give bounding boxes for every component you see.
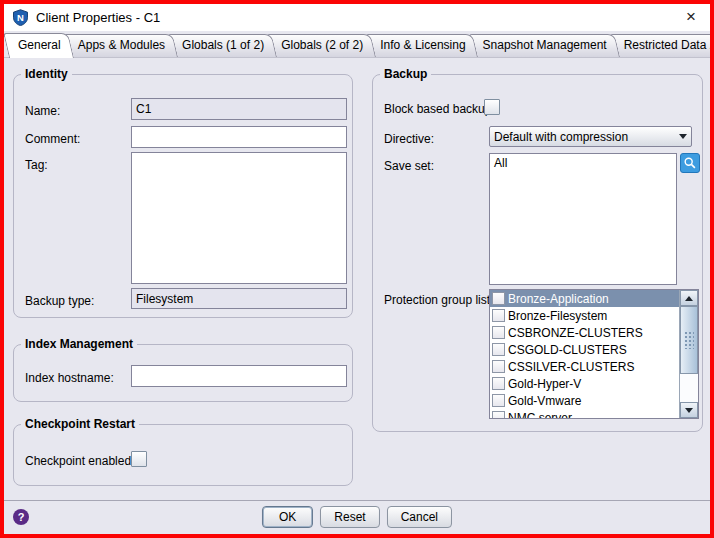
index-hostname-field[interactable]: [131, 365, 347, 387]
checkpoint-restart-group-title: Checkpoint Restart: [21, 417, 139, 431]
list-item-nmc-server[interactable]: NMC server: [490, 409, 679, 418]
list-item-bronze-application[interactable]: Bronze-Application: [490, 290, 679, 307]
index-management-group-title: Index Management: [21, 337, 137, 351]
backup-group: Backup Block based backup: Directive: De…: [372, 74, 703, 432]
item-checkbox[interactable]: [492, 343, 505, 356]
list-item-cssilver-clusters[interactable]: CSSILVER-CLUSTERS: [490, 358, 679, 375]
protection-group-list-label: Protection group list:: [384, 293, 493, 307]
name-label: Name:: [25, 104, 60, 118]
tag-label: Tag:: [25, 158, 48, 172]
checkpoint-enabled-label: Checkpoint enabled:: [25, 454, 134, 468]
save-set-label: Save set:: [384, 159, 434, 173]
checkpoint-restart-group: Checkpoint Restart Checkpoint enabled:: [13, 424, 353, 486]
list-item-bronze-filesystem[interactable]: Bronze-Filesystem: [490, 307, 679, 324]
list-item-gold-hyper-v[interactable]: Gold-Hyper-V: [490, 375, 679, 392]
tab-globals-2[interactable]: Globals (2 of 2): [272, 34, 376, 57]
item-checkbox[interactable]: [492, 394, 505, 407]
item-checkbox[interactable]: [492, 326, 505, 339]
index-management-group: Index Management Index hostname:: [13, 344, 353, 402]
item-checkbox[interactable]: [492, 377, 505, 390]
titlebar: N Client Properties - C1 ×: [4, 4, 710, 31]
ok-button[interactable]: OK: [262, 506, 313, 528]
comment-label: Comment:: [25, 132, 80, 146]
protection-group-rows: Bronze-Application Bronze-Filesystem CSB…: [490, 290, 679, 418]
svg-text:N: N: [17, 12, 24, 23]
comment-field[interactable]: [131, 126, 347, 148]
reset-button[interactable]: Reset: [320, 506, 379, 528]
tab-bar: General Apps & Modules Globals (1 of 2) …: [4, 31, 710, 58]
networker-shield-icon: N: [12, 9, 29, 26]
general-tab-panel: Identity Name: Comment: Tag: Backup type…: [4, 58, 710, 501]
cancel-button[interactable]: Cancel: [387, 506, 452, 528]
dialog-buttons: OK Reset Cancel: [262, 506, 452, 528]
backup-group-title: Backup: [380, 67, 431, 81]
window-title: Client Properties - C1: [36, 4, 160, 31]
block-based-backup-label: Block based backup:: [384, 102, 495, 116]
backup-type-label: Backup type:: [25, 294, 94, 308]
tab-globals-1[interactable]: Globals (1 of 2): [173, 34, 277, 57]
tab-apps-modules[interactable]: Apps & Modules: [69, 34, 178, 57]
directive-label: Directive:: [384, 132, 434, 146]
protection-group-list: Bronze-Application Bronze-Filesystem CSB…: [489, 289, 699, 419]
scrollbar-thumb[interactable]: [680, 306, 698, 374]
chevron-down-icon: [679, 134, 687, 139]
close-icon[interactable]: ×: [681, 6, 701, 28]
item-checkbox[interactable]: [492, 309, 505, 322]
footer: ? OK Reset Cancel: [4, 501, 710, 534]
search-icon[interactable]: [680, 153, 700, 173]
tab-info-licensing[interactable]: Info & Licensing: [371, 34, 478, 57]
list-item-gold-vmware[interactable]: Gold-Vmware: [490, 392, 679, 409]
item-checkbox[interactable]: [492, 292, 505, 305]
block-based-backup-checkbox[interactable]: [484, 99, 500, 115]
client-properties-dialog: N Client Properties - C1 × General Apps …: [0, 0, 714, 538]
tag-field[interactable]: [131, 152, 347, 284]
directive-dropdown[interactable]: Default with compression: [489, 126, 692, 147]
tab-restricted-data-zones[interactable]: Restricted Data Zones: [615, 34, 714, 57]
scrollbar-track[interactable]: [680, 374, 698, 402]
help-icon[interactable]: ?: [13, 509, 29, 525]
scroll-down-arrow-icon[interactable]: [680, 402, 698, 418]
item-checkbox[interactable]: [492, 411, 505, 418]
directive-selected-value: Default with compression: [494, 130, 675, 144]
vertical-scrollbar[interactable]: [679, 290, 698, 418]
list-item-csbronze-clusters[interactable]: CSBRONZE-CLUSTERS: [490, 324, 679, 341]
list-item-csgold-clusters[interactable]: CSGOLD-CLUSTERS: [490, 341, 679, 358]
tab-general[interactable]: General: [9, 33, 74, 58]
backup-type-field: [131, 288, 347, 309]
index-hostname-label: Index hostname:: [25, 371, 114, 385]
save-set-field[interactable]: All: [489, 153, 677, 285]
item-checkbox[interactable]: [492, 360, 505, 373]
checkpoint-enabled-checkbox[interactable]: [131, 451, 147, 467]
name-field: [131, 98, 347, 120]
tab-snapshot-management[interactable]: Snapshot Management: [474, 34, 620, 57]
identity-group: Identity Name: Comment: Tag: Backup type…: [13, 74, 353, 318]
scroll-up-arrow-icon[interactable]: [680, 290, 698, 306]
identity-group-title: Identity: [21, 67, 72, 81]
